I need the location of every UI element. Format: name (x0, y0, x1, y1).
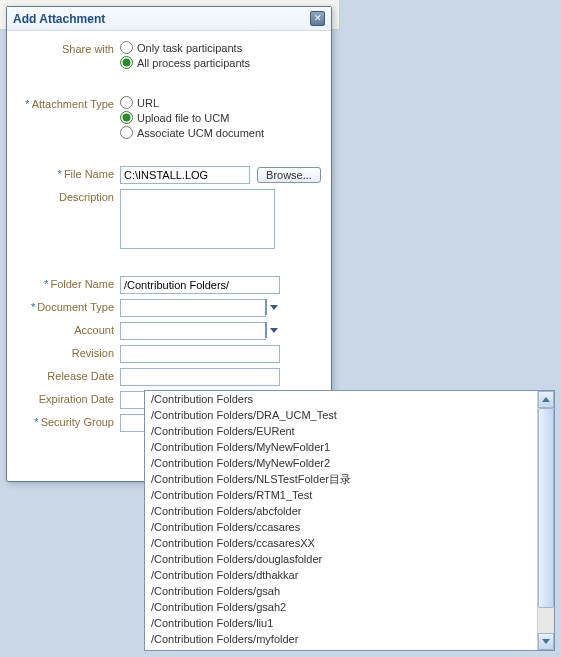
share-with-row: Share with Only task participants All pr… (15, 41, 323, 71)
att-radio-assoc[interactable] (120, 126, 133, 139)
expiration-date-label: Expiration Date (15, 391, 120, 405)
att-radio-assoc-label: Associate UCM document (137, 127, 264, 139)
revision-label: Revision (15, 345, 120, 359)
close-icon: ✕ (314, 13, 322, 23)
folder-name-row: *Folder Name (15, 276, 323, 294)
release-date-row: Release Date (15, 368, 323, 386)
folder-dropdown-item[interactable]: /Contribution Folders/myfolder1 (145, 647, 537, 650)
att-radio-upload-label: Upload file to UCM (137, 112, 229, 124)
folder-dropdown-inner: /Contribution Folders/Contribution Folde… (145, 391, 537, 650)
document-type-controls (120, 299, 323, 317)
folder-name-input[interactable] (120, 276, 280, 294)
att-radio-url-label: URL (137, 97, 159, 109)
folder-dropdown-item[interactable]: /Contribution Folders/gsah (145, 583, 537, 599)
release-date-label: Release Date (15, 368, 120, 382)
document-type-select[interactable] (120, 299, 265, 317)
document-type-row: *Document Type (15, 299, 323, 317)
scroll-down-button[interactable] (538, 633, 554, 650)
revision-controls (120, 345, 323, 363)
folder-dropdown-item[interactable]: /Contribution Folders/ccasaresXX (145, 535, 537, 551)
account-input[interactable] (120, 322, 266, 340)
folder-name-label: *Folder Name (15, 276, 120, 290)
file-name-label: *File Name (15, 166, 120, 180)
folder-dropdown-item[interactable]: /Contribution Folders/ccasares (145, 519, 537, 535)
share-with-label: Share with (15, 41, 120, 55)
folder-dropdown-item[interactable]: /Contribution Folders/liu1 (145, 615, 537, 631)
attachment-type-label: *Attachment Type (15, 96, 120, 110)
document-type-label: *Document Type (15, 299, 120, 313)
share-opt-process[interactable]: All process participants (120, 56, 323, 69)
account-label: Account (15, 322, 120, 336)
file-name-input[interactable] (120, 166, 250, 184)
share-radio-task-label: Only task participants (137, 42, 242, 54)
file-name-controls: Browse... (120, 166, 323, 184)
chevron-up-icon (542, 397, 550, 402)
folder-dropdown-item[interactable]: /Contribution Folders/myfolder (145, 631, 537, 647)
folder-dropdown-item[interactable]: /Contribution Folders/gsah2 (145, 599, 537, 615)
close-button[interactable]: ✕ (310, 11, 325, 26)
folder-dropdown-item[interactable]: /Contribution Folders (145, 391, 537, 407)
att-opt-assoc[interactable]: Associate UCM document (120, 126, 323, 139)
release-date-input[interactable] (120, 368, 280, 386)
dialog-body: Share with Only task participants All pr… (7, 31, 331, 447)
chevron-down-icon[interactable] (265, 299, 267, 315)
scroll-up-button[interactable] (538, 391, 554, 408)
att-radio-upload[interactable] (120, 111, 133, 124)
folder-dropdown-item[interactable]: /Contribution Folders/MyNewFolder2 (145, 455, 537, 471)
revision-row: Revision (15, 345, 323, 363)
account-select[interactable] (120, 322, 180, 340)
share-radio-process-label: All process participants (137, 57, 250, 69)
attachment-type-controls: URL Upload file to UCM Associate UCM doc… (120, 96, 323, 141)
account-controls (120, 322, 323, 340)
scrollbar[interactable] (537, 391, 554, 650)
share-with-controls: Only task participants All process parti… (120, 41, 323, 71)
browse-button[interactable]: Browse... (257, 167, 321, 183)
revision-input[interactable] (120, 345, 280, 363)
folder-dropdown-item[interactable]: /Contribution Folders/dthakkar (145, 567, 537, 583)
share-opt-task[interactable]: Only task participants (120, 41, 323, 54)
chevron-down-icon (542, 639, 550, 644)
folder-dropdown-list: /Contribution Folders/Contribution Folde… (144, 390, 555, 651)
dialog-title: Add Attachment (13, 12, 105, 26)
description-label: Description (15, 189, 120, 203)
description-row: Description (15, 189, 323, 251)
att-radio-url[interactable] (120, 96, 133, 109)
release-date-controls (120, 368, 323, 386)
att-opt-upload[interactable]: Upload file to UCM (120, 111, 323, 124)
folder-dropdown-item[interactable]: /Contribution Folders/DRA_UCM_Test (145, 407, 537, 423)
folder-dropdown-item[interactable]: /Contribution Folders/NLSTestFolder目录 (145, 471, 537, 487)
description-textarea[interactable] (120, 189, 275, 249)
att-opt-url[interactable]: URL (120, 96, 323, 109)
folder-dropdown-item[interactable]: /Contribution Folders/EURent (145, 423, 537, 439)
folder-dropdown-item[interactable]: /Contribution Folders/MyNewFolder1 (145, 439, 537, 455)
account-row: Account (15, 322, 323, 340)
dialog-header: Add Attachment ✕ (7, 7, 331, 31)
folder-dropdown-item[interactable]: /Contribution Folders/RTM1_Test (145, 487, 537, 503)
folder-dropdown-item[interactable]: /Contribution Folders/abcfolder (145, 503, 537, 519)
share-radio-process[interactable] (120, 56, 133, 69)
attachment-type-row: *Attachment Type URL Upload file to UCM … (15, 96, 323, 141)
description-controls (120, 189, 323, 251)
folder-name-controls (120, 276, 323, 294)
document-type-input[interactable] (120, 299, 266, 317)
folder-dropdown-item[interactable]: /Contribution Folders/douglasfolder (145, 551, 537, 567)
chevron-down-icon[interactable] (265, 322, 267, 338)
file-name-row: *File Name Browse... (15, 166, 323, 184)
share-radio-task[interactable] (120, 41, 133, 54)
scroll-thumb[interactable] (538, 408, 554, 608)
security-group-label: *Security Group (15, 414, 120, 428)
